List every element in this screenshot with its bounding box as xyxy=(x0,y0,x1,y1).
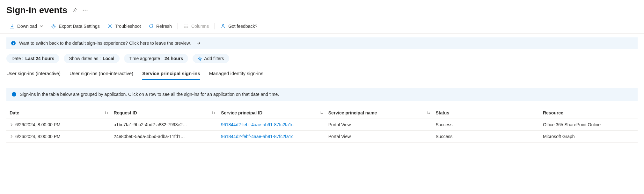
arrow-right-icon xyxy=(196,41,201,45)
command-bar: Download Export Data Settings Troublesho… xyxy=(0,19,644,34)
columns-button[interactable]: Columns xyxy=(180,22,212,31)
svg-point-7 xyxy=(13,42,14,42)
tab-service-principal[interactable]: Service principal sign-ins xyxy=(142,68,200,80)
feedback-label: Got feedback? xyxy=(228,24,257,29)
col-date-label: Date xyxy=(10,110,19,115)
export-settings-button[interactable]: Export Data Settings xyxy=(48,22,103,31)
info-icon xyxy=(11,41,16,46)
col-request-id-label: Request ID xyxy=(114,110,137,115)
filter-timeagg-value: 24 hours xyxy=(165,56,183,61)
chevron-right-icon[interactable] xyxy=(10,135,13,138)
download-button[interactable]: Download xyxy=(6,22,47,31)
filter-icon xyxy=(198,56,202,61)
cell-status: Success xyxy=(435,131,543,143)
sort-icon xyxy=(104,111,109,115)
cell-resource: Office 365 SharePoint Online xyxy=(543,119,638,131)
sort-icon xyxy=(426,111,430,115)
add-filters-button[interactable]: Add filters xyxy=(193,54,229,63)
table-row[interactable]: 6/26/2024, 8:00:00 PM a1bc7fa1-9bb2-4bd2… xyxy=(6,119,638,131)
pin-icon[interactable] xyxy=(72,8,77,13)
cell-sp-id[interactable]: 961844d2-febf-4aae-ab91-87fc2fa1c xyxy=(221,119,328,131)
cell-request-id: 24e80be0-5ada-4b5d-adba-11fd1… xyxy=(114,131,221,143)
preview-banner[interactable]: Want to switch back to the default sign-… xyxy=(6,37,638,49)
svg-rect-6 xyxy=(13,43,14,44)
signins-table: Date Request ID xyxy=(6,107,638,143)
divider xyxy=(215,23,215,29)
col-status[interactable]: Status xyxy=(435,107,543,119)
filter-timeagg[interactable]: Time aggregate : 24 hours xyxy=(124,54,188,63)
refresh-icon xyxy=(149,24,154,29)
refresh-button[interactable]: Refresh xyxy=(145,22,175,31)
download-icon xyxy=(10,24,15,29)
chevron-down-icon xyxy=(40,24,43,28)
tab-managed-identity[interactable]: Managed identity sign-ins xyxy=(209,68,263,80)
filter-timeagg-label: Time aggregate : xyxy=(129,56,163,61)
troubleshoot-icon xyxy=(107,24,113,29)
troubleshoot-label: Troubleshoot xyxy=(115,24,141,29)
columns-icon xyxy=(184,24,189,29)
filter-date-label: Date : xyxy=(11,56,23,61)
export-label: Export Data Settings xyxy=(59,24,99,29)
refresh-label: Refresh xyxy=(156,24,172,29)
gear-icon xyxy=(51,24,56,29)
page-header: Sign-in events xyxy=(0,0,644,19)
cell-resource: Microsoft Graph xyxy=(543,131,638,143)
add-filters-label: Add filters xyxy=(204,56,224,61)
col-sp-id-label: Service principal ID xyxy=(221,110,262,115)
svg-point-10 xyxy=(14,93,14,93)
cell-sp-name: Portal View xyxy=(328,119,436,131)
feedback-button[interactable]: Got feedback? xyxy=(217,22,260,31)
svg-point-1 xyxy=(85,10,86,11)
tab-user-noninteractive[interactable]: User sign-ins (non-interactive) xyxy=(70,68,133,80)
sort-icon xyxy=(319,111,323,115)
col-sp-name-label: Service principal name xyxy=(328,110,377,115)
preview-banner-text: Want to switch back to the default sign-… xyxy=(19,41,191,46)
page-title: Sign-in events xyxy=(6,5,67,15)
tab-user-interactive[interactable]: User sign-ins (interactive) xyxy=(6,68,61,80)
chevron-right-icon[interactable] xyxy=(10,123,13,127)
svg-point-2 xyxy=(87,10,88,11)
cell-date: 6/26/2024, 8:00:00 PM xyxy=(15,122,61,127)
feedback-icon xyxy=(221,24,226,29)
download-label: Download xyxy=(17,24,37,29)
col-request-id[interactable]: Request ID xyxy=(114,107,221,119)
col-sp-id[interactable]: Service principal ID xyxy=(221,107,328,119)
col-status-label: Status xyxy=(435,110,449,115)
filter-date[interactable]: Date : Last 24 hours xyxy=(6,54,59,63)
svg-point-3 xyxy=(53,26,55,27)
cell-status: Success xyxy=(435,119,543,131)
col-sp-name[interactable]: Service principal name xyxy=(328,107,436,119)
filter-showdates-value: Local xyxy=(103,56,114,61)
sort-icon xyxy=(211,111,216,115)
troubleshoot-button[interactable]: Troubleshoot xyxy=(104,22,144,31)
svg-point-0 xyxy=(83,10,84,11)
col-resource[interactable]: Resource xyxy=(543,107,638,119)
divider xyxy=(178,23,178,29)
filter-date-value: Last 24 hours xyxy=(25,56,54,61)
svg-rect-9 xyxy=(14,94,14,96)
table-info-banner: Sign-ins in the table below are grouped … xyxy=(6,88,638,101)
tabs: User sign-ins (interactive) User sign-in… xyxy=(0,68,644,80)
table-info-text: Sign-ins in the table below are grouped … xyxy=(20,92,279,97)
table-wrapper: Date Request ID xyxy=(0,107,644,143)
cell-sp-id[interactable]: 961844d2-febf-4aae-ab91-87fc2fa1c xyxy=(221,131,328,143)
columns-label: Columns xyxy=(191,24,209,29)
info-icon xyxy=(11,92,17,97)
col-resource-label: Resource xyxy=(543,110,563,115)
more-icon[interactable] xyxy=(83,10,88,11)
filter-showdates-label: Show dates as : xyxy=(69,56,101,61)
filter-row: Date : Last 24 hours Show dates as : Loc… xyxy=(0,54,644,68)
cell-sp-name: Portal View xyxy=(328,131,436,143)
svg-point-4 xyxy=(223,25,224,26)
table-row[interactable]: 6/26/2024, 8:00:00 PM 24e80be0-5ada-4b5d… xyxy=(6,131,638,143)
cell-request-id: a1bc7fa1-9bb2-4bd2-a832-7993e2… xyxy=(114,119,221,131)
filter-showdates[interactable]: Show dates as : Local xyxy=(64,54,119,63)
col-date[interactable]: Date xyxy=(6,107,114,119)
cell-date: 6/26/2024, 8:00:00 PM xyxy=(15,134,61,139)
